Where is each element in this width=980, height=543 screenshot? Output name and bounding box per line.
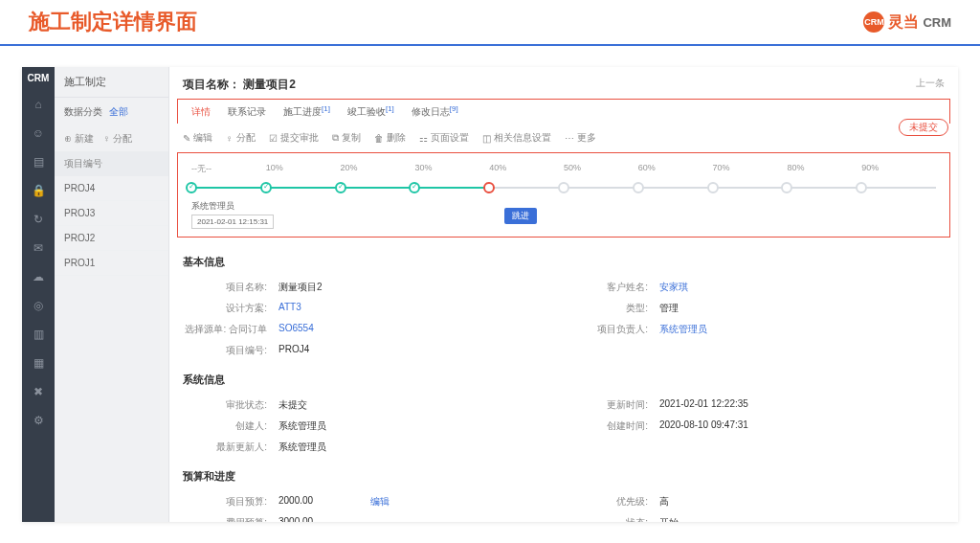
field-value[interactable]: SO6554	[278, 323, 314, 336]
field-value: 3000.00	[278, 516, 313, 522]
field-value[interactable]: 系统管理员	[659, 323, 707, 336]
progress-step[interactable]	[781, 182, 792, 193]
user-icon[interactable]: ☺	[31, 125, 46, 141]
field-label: 项目预算:	[183, 495, 278, 509]
slide-title: 施工制定详情界面	[29, 8, 863, 36]
crm-app: CRM ⌂ ☺ ▤ 🔒 ↻ ✉ ☁ ◎ ▥ ▦ ✖ ⚙ 施工制定 数据分类 全部…	[22, 67, 958, 522]
field-value: 2021-02-01 12:22:35	[659, 398, 748, 412]
progress-step[interactable]	[409, 182, 420, 193]
doc-icon[interactable]: ▤	[31, 154, 46, 170]
field-value: 未提交	[278, 398, 307, 412]
field-value: 系统管理员	[278, 441, 326, 454]
home-icon[interactable]: ⌂	[31, 97, 46, 112]
gear-icon[interactable]: ⚙	[31, 413, 46, 428]
grid-icon[interactable]: ▦	[31, 355, 46, 371]
field-label: 项目编号:	[183, 344, 278, 357]
field-value[interactable]: 安家琪	[659, 281, 688, 294]
more-button[interactable]: ⋯ 更多	[565, 131, 596, 145]
field-value: 系统管理员	[278, 419, 326, 433]
progress-owner-meta: 系统管理员 2021-02-01 12:15:31	[191, 200, 274, 229]
section-header: 基本信息	[169, 247, 958, 273]
assign-button[interactable]: ♀ 分配	[226, 131, 256, 145]
detail-title: 项目名称： 测量项目2 上一条	[169, 67, 958, 99]
tab-accept[interactable]: 竣工验收[1]	[347, 104, 394, 119]
edit-link[interactable]: 编辑	[370, 495, 390, 509]
field-label: 类型:	[564, 302, 659, 315]
slide-header: 施工制定详情界面 CRM 灵当CRM	[0, 0, 980, 46]
progress-step[interactable]	[633, 182, 644, 193]
field-label: 审批状态:	[183, 398, 278, 412]
field-value: PROJ4	[278, 344, 309, 357]
field-label: 状态:	[564, 516, 659, 522]
field-value[interactable]: ATT3	[278, 302, 301, 315]
assign-button[interactable]: ♀ 分配	[103, 132, 132, 146]
list-item[interactable]: PROJ2	[55, 226, 168, 251]
edit-button[interactable]: ✎ 编辑	[183, 131, 212, 145]
list-item[interactable]: PROJ3	[55, 201, 168, 226]
field-value: 2020-08-10 09:47:31	[659, 419, 748, 433]
status-stamp: 未提交	[899, 119, 948, 136]
cloud-icon[interactable]: ☁	[31, 269, 46, 284]
field-label: 优先级:	[564, 495, 659, 509]
tab-contacts[interactable]: 联系记录	[228, 105, 266, 119]
rail-logo: CRM	[28, 73, 50, 83]
bell-crm-icon: CRM	[863, 11, 884, 33]
progress-step[interactable]	[260, 182, 272, 193]
field-label: 客户姓名:	[564, 281, 659, 294]
progress-labels: --无--10%20%30%40%50%60%70%80%90%	[191, 163, 936, 175]
chart-icon[interactable]: ▥	[31, 327, 46, 342]
nav-rail: CRM ⌂ ☺ ▤ 🔒 ↻ ✉ ☁ ◎ ▥ ▦ ✖ ⚙	[22, 67, 55, 522]
filter-all-link[interactable]: 全部	[109, 106, 128, 117]
field-value: 测量项目2	[278, 281, 323, 294]
progress-panel: --无--10%20%30%40%50%60%70%80%90% 系统管理员 2…	[177, 152, 950, 238]
sync-icon[interactable]: ↻	[31, 212, 46, 227]
field-label	[564, 441, 659, 454]
field-label: 设计方案:	[183, 302, 278, 315]
field-label: 项目负责人:	[564, 323, 659, 336]
sidebar-actions: ⊕ 新建 ♀ 分配	[55, 126, 168, 151]
related-settings-button[interactable]: ◫ 相关信息设置	[482, 131, 551, 145]
field-label: 费用预算:	[183, 516, 278, 522]
sidebar-title: 施工制定	[55, 67, 168, 98]
field-label	[564, 344, 659, 357]
progress-step[interactable]	[186, 182, 197, 193]
circle-icon[interactable]: ◎	[31, 298, 46, 313]
tab-progress[interactable]: 施工进度[1]	[283, 104, 330, 119]
progress-step[interactable]	[335, 182, 346, 193]
sidebar-col-header: 项目编号	[55, 151, 168, 176]
tab-detail[interactable]: 详情	[191, 105, 211, 119]
progress-step[interactable]	[558, 182, 569, 193]
list-item[interactable]: PROJ4	[55, 176, 168, 201]
field-label: 选择源单: 合同订单	[183, 323, 278, 336]
toolbar: ✎ 编辑 ♀ 分配 ☑ 提交审批 ⧉ 复制 🗑 删除 ⚏ 页面设置 ◫ 相关信息…	[169, 124, 958, 152]
sidebar: 施工制定 数据分类 全部 ⊕ 新建 ♀ 分配 项目编号 PROJ4 PROJ3 …	[55, 67, 169, 522]
field-value: 高	[659, 495, 669, 509]
brand-logo: CRM 灵当CRM	[863, 11, 951, 33]
delete-button[interactable]: 🗑 删除	[374, 131, 406, 145]
copy-button[interactable]: ⧉ 复制	[332, 131, 361, 145]
tools-icon[interactable]: ✖	[31, 384, 46, 399]
field-value: 2000.00	[278, 495, 313, 509]
chat-icon[interactable]: ✉	[31, 240, 46, 256]
progress-track	[191, 181, 936, 194]
section-header: 系统信息	[169, 365, 958, 391]
progress-step[interactable]	[483, 182, 495, 193]
progress-step[interactable]	[856, 182, 867, 193]
main-panel: 项目名称： 测量项目2 上一条 详情 联系记录 施工进度[1] 竣工验收[1] …	[169, 67, 958, 522]
page-settings-button[interactable]: ⚏ 页面设置	[419, 131, 469, 145]
progress-step[interactable]	[707, 182, 719, 193]
tab-bar: 详情 联系记录 施工进度[1] 竣工验收[1] 修改日志[9]	[177, 99, 950, 124]
field-value: 开始	[659, 516, 679, 522]
field-label: 创建时间:	[564, 419, 659, 433]
advance-button[interactable]: 跳进	[504, 208, 537, 224]
field-label: 最新更新人:	[183, 441, 278, 454]
field-label: 更新时间:	[564, 398, 659, 412]
lock-icon[interactable]: 🔒	[31, 183, 46, 198]
prev-link[interactable]: 上一条	[916, 77, 945, 93]
submit-button[interactable]: ☑ 提交审批	[269, 131, 319, 145]
tab-log[interactable]: 修改日志[9]	[412, 104, 458, 119]
list-item[interactable]: PROJ1	[55, 251, 168, 276]
sidebar-filter: 数据分类 全部	[55, 98, 168, 126]
new-button[interactable]: ⊕ 新建	[64, 132, 94, 146]
section-header: 预算和进度	[169, 462, 958, 487]
